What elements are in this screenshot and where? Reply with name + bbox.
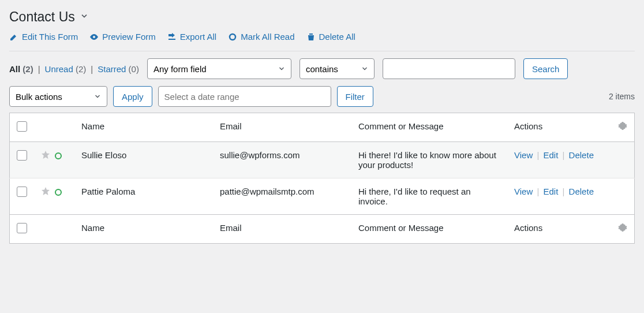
- entries-table: Name Email Comment or Message Actions Su…: [9, 113, 635, 244]
- filter-button[interactable]: Filter: [337, 86, 373, 107]
- mark-all-read-label: Mark All Read: [241, 32, 294, 42]
- row-checkbox[interactable]: [17, 187, 27, 197]
- status-all[interactable]: All (2): [9, 64, 33, 74]
- delete-link[interactable]: Delete: [569, 150, 594, 160]
- preview-form-label: Preview Form: [102, 32, 156, 42]
- form-switch-dropdown[interactable]: [80, 12, 89, 23]
- trash-icon: [306, 32, 316, 42]
- search-button[interactable]: Search: [523, 58, 568, 79]
- read-indicator-icon[interactable]: [55, 189, 62, 196]
- cell-name: Sullie Eloso: [74, 142, 213, 178]
- select-all-checkbox[interactable]: [17, 121, 27, 132]
- preview-form-link[interactable]: Preview Form: [89, 32, 156, 42]
- star-icon[interactable]: [41, 150, 50, 161]
- column-header-email[interactable]: Email: [213, 113, 351, 142]
- read-indicator-icon[interactable]: [55, 152, 62, 159]
- column-footer-name: Name: [74, 215, 213, 244]
- mark-all-read-link[interactable]: Mark All Read: [228, 32, 294, 42]
- apply-button[interactable]: Apply: [113, 86, 152, 107]
- star-icon[interactable]: [41, 187, 50, 198]
- gear-icon[interactable]: [618, 122, 627, 132]
- delete-all-label: Delete All: [319, 32, 355, 42]
- toolbar: Edit This Form Preview Form Export All M…: [9, 32, 635, 51]
- delete-link[interactable]: Delete: [569, 187, 594, 196]
- column-footer-comment: Comment or Message: [351, 215, 507, 244]
- column-header-actions: Actions: [507, 113, 611, 142]
- cell-email: pattie@wpmailsmtp.com: [213, 178, 351, 215]
- items-count: 2 items: [609, 92, 635, 101]
- export-all-label: Export All: [180, 32, 216, 42]
- cell-email: sullie@wpforms.com: [213, 142, 351, 178]
- operator-select[interactable]: contains: [299, 58, 375, 79]
- table-row: Pattie Paloma pattie@wpmailsmtp.com Hi t…: [10, 178, 635, 215]
- delete-all-link[interactable]: Delete All: [306, 32, 355, 42]
- edit-form-link[interactable]: Edit This Form: [9, 32, 78, 42]
- column-footer-email: Email: [213, 215, 351, 244]
- view-link[interactable]: View: [514, 187, 533, 196]
- view-link[interactable]: View: [514, 150, 533, 160]
- row-checkbox[interactable]: [17, 150, 27, 161]
- edit-link[interactable]: Edit: [544, 187, 559, 196]
- column-header-name[interactable]: Name: [74, 113, 213, 142]
- edit-form-label: Edit This Form: [22, 32, 78, 42]
- cell-comment: Hi there! I'd like to know more about yo…: [351, 142, 507, 178]
- export-icon: [167, 32, 177, 42]
- eye-icon: [89, 32, 99, 42]
- date-range-input[interactable]: [158, 86, 331, 107]
- svg-point-0: [230, 34, 235, 40]
- search-input[interactable]: [383, 58, 515, 79]
- status-starred[interactable]: Starred (0): [98, 64, 139, 74]
- export-all-link[interactable]: Export All: [167, 32, 216, 42]
- pencil-icon: [9, 32, 18, 42]
- column-header-comment[interactable]: Comment or Message: [351, 113, 507, 142]
- table-row: Sullie Eloso sullie@wpforms.com Hi there…: [10, 142, 635, 178]
- cell-name: Pattie Paloma: [74, 178, 213, 215]
- column-footer-actions: Actions: [507, 215, 611, 244]
- chevron-down-icon: [80, 12, 89, 21]
- bulk-actions-select[interactable]: Bulk actions: [9, 86, 107, 107]
- circle-icon: [228, 32, 237, 42]
- page-title: Contact Us: [9, 9, 75, 25]
- select-all-checkbox-footer[interactable]: [17, 223, 27, 233]
- field-select[interactable]: Any form field: [147, 58, 291, 79]
- cell-comment: Hi there, I'd like to request an invoice…: [351, 178, 507, 215]
- gear-icon[interactable]: [618, 224, 627, 234]
- status-unread[interactable]: Unread (2): [45, 64, 87, 74]
- edit-link[interactable]: Edit: [544, 150, 559, 160]
- status-filter-links: All (2) | Unread (2) | Starred (0): [9, 64, 139, 74]
